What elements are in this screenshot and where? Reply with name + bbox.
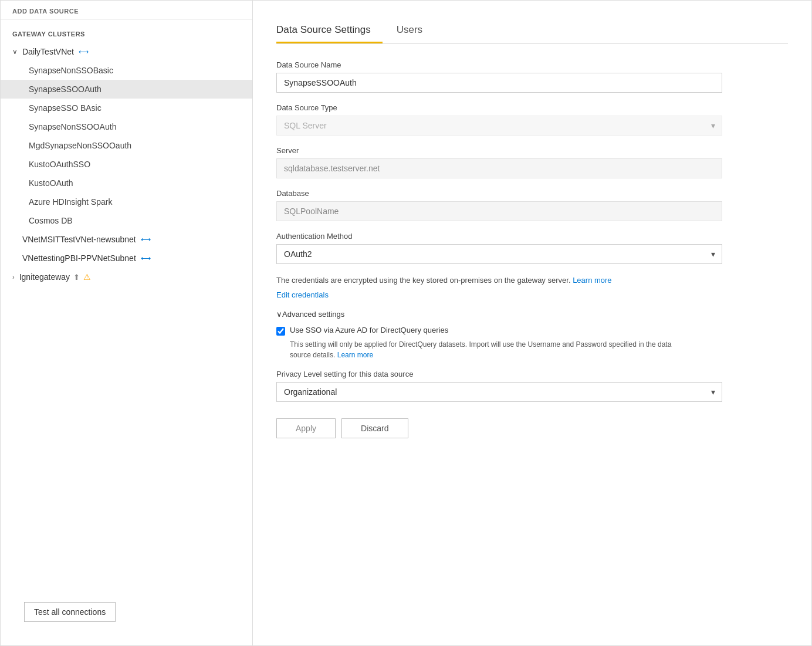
datasource-item-kustooauth[interactable]: KustoOAuth <box>1 174 252 192</box>
gateway-name: VNettestingPBI-PPVNetSubnet <box>22 253 136 263</box>
privacy-level-wrapper: Organizational None Private Public <box>276 382 722 402</box>
datasource-item-synapsenonssobasic[interactable]: SynapseNonSSOBasic <box>1 61 252 80</box>
privacy-level-select[interactable]: Organizational None Private Public <box>276 382 722 402</box>
datasource-item-synapesssobasic[interactable]: SynapseSSO BAsic <box>1 99 252 117</box>
gateway-name: DailyTestVNet <box>22 47 74 56</box>
auth-method-wrapper: OAuth2 Windows Basic <box>276 244 722 264</box>
gateway-name: Ignitegateway <box>19 272 70 282</box>
gateway-item-dailytestvnet[interactable]: ∨ DailyTestVNet ⟷ <box>1 42 252 61</box>
advanced-settings-toggle[interactable]: ∨Advanced settings <box>276 310 722 319</box>
tab-users[interactable]: Users <box>397 18 434 43</box>
sso-checkbox-row: Use SSO via Azure AD for DirectQuery que… <box>276 326 722 336</box>
datasource-name: SynapseSSO BAsic <box>29 103 102 113</box>
data-source-name-label: Data Source Name <box>276 60 722 69</box>
datasource-name: SynapseNonSSOBasic <box>29 66 113 75</box>
gateway-item-vnetmsit[interactable]: ∨ VNetMSITTestVNet-newsubnet ⟷ <box>1 230 252 249</box>
main-content: Data Source Settings Users Data Source N… <box>253 1 811 645</box>
test-all-connections-button[interactable]: Test all connections <box>24 602 116 622</box>
gateway-clusters-label: GATEWAY CLUSTERS <box>1 20 252 42</box>
datasource-item-azurehdinsight[interactable]: Azure HDInsight Spark <box>1 192 252 211</box>
datasource-name: SynapseNonSSOOAuth <box>29 122 116 131</box>
discard-button[interactable]: Discard <box>341 418 408 438</box>
datasource-item-mgdsynapse[interactable]: MgdSynapseNonSSOOauth <box>1 136 252 155</box>
learn-more-link[interactable]: Learn more <box>573 276 611 285</box>
sso-checkbox[interactable] <box>276 327 285 336</box>
warning-icon: ⚠ <box>83 272 91 282</box>
edit-credentials-link[interactable]: Edit credentials <box>276 290 329 299</box>
auth-method-select[interactable]: OAuth2 Windows Basic <box>276 244 722 264</box>
database-group: Database <box>276 189 722 221</box>
data-source-type-select: SQL Server <box>276 116 722 136</box>
privacy-level-label: Privacy Level setting for this data sour… <box>276 370 722 378</box>
chevron-right-icon: › <box>12 273 15 280</box>
credentials-text: The credentials are encrypted using the … <box>276 275 722 286</box>
server-input <box>276 158 722 178</box>
chevron-down-icon: ∨ <box>12 48 18 56</box>
apply-button[interactable]: Apply <box>276 418 336 438</box>
data-source-type-label: Data Source Type <box>276 103 722 112</box>
data-source-type-group: Data Source Type SQL Server <box>276 103 722 136</box>
advanced-settings-section: ∨Advanced settings Use SSO via Azure AD … <box>276 310 722 360</box>
tab-bar: Data Source Settings Users <box>276 1 788 44</box>
sso-checkbox-label[interactable]: Use SSO via Azure AD for DirectQuery que… <box>290 326 448 334</box>
sso-learn-more-link[interactable]: Learn more <box>337 351 373 359</box>
data-source-type-wrapper: SQL Server <box>276 116 722 136</box>
database-label: Database <box>276 189 722 198</box>
data-source-form: Data Source Name Data Source Type SQL Se… <box>276 60 722 462</box>
link-icon: ⟷ <box>141 235 151 243</box>
datasource-name: KustoOAuth <box>29 178 73 188</box>
datasource-item-synapsenonssoauth[interactable]: SynapseNonSSOOAuth <box>1 117 252 136</box>
upload-icon: ⬆ <box>73 273 80 282</box>
server-label: Server <box>276 146 722 155</box>
datasource-name: MgdSynapseNonSSOOauth <box>29 141 131 150</box>
link-icon: ⟷ <box>79 48 89 56</box>
gateway-name: VNetMSITTestVNet-newsubnet <box>22 235 136 244</box>
data-source-name-input[interactable] <box>276 73 722 93</box>
datasource-name: Cosmos DB <box>29 216 73 225</box>
datasource-item-kustooauthsso[interactable]: KustoOAuthSSO <box>1 155 252 174</box>
privacy-level-group: Privacy Level setting for this data sour… <box>276 370 722 402</box>
datasource-item-synapsessooauth[interactable]: SynapseSSOOAuth <box>1 80 252 99</box>
gateway-item-vnettesting[interactable]: ∨ VNettestingPBI-PPVNetSubnet ⟷ <box>1 249 252 268</box>
sidebar: ADD DATA SOURCE GATEWAY CLUSTERS ∨ Daily… <box>1 1 253 645</box>
datasource-item-cosmosdb[interactable]: Cosmos DB <box>1 211 252 230</box>
tab-data-source-settings[interactable]: Data Source Settings <box>276 18 383 43</box>
server-group: Server <box>276 146 722 178</box>
add-data-source-header: ADD DATA SOURCE <box>1 1 252 20</box>
database-input <box>276 201 722 221</box>
sidebar-tree: ∨ DailyTestVNet ⟷ SynapseNonSSOBasic Syn… <box>1 42 252 590</box>
datasource-name: Azure HDInsight Spark <box>29 197 112 207</box>
link-icon: ⟷ <box>141 254 151 262</box>
data-source-name-group: Data Source Name <box>276 60 722 93</box>
datasource-name: SynapseSSOOAuth <box>29 84 102 94</box>
auth-method-group: Authentication Method OAuth2 Windows Bas… <box>276 232 722 264</box>
sso-description: This setting will only be applied for Di… <box>290 339 722 360</box>
action-buttons: Apply Discard <box>276 418 722 462</box>
datasource-name: KustoOAuthSSO <box>29 160 90 169</box>
auth-method-label: Authentication Method <box>276 232 722 241</box>
gateway-item-ignite[interactable]: › Ignitegateway ⬆ ⚠ <box>1 268 252 286</box>
credentials-info-group: The credentials are encrypted using the … <box>276 275 722 299</box>
